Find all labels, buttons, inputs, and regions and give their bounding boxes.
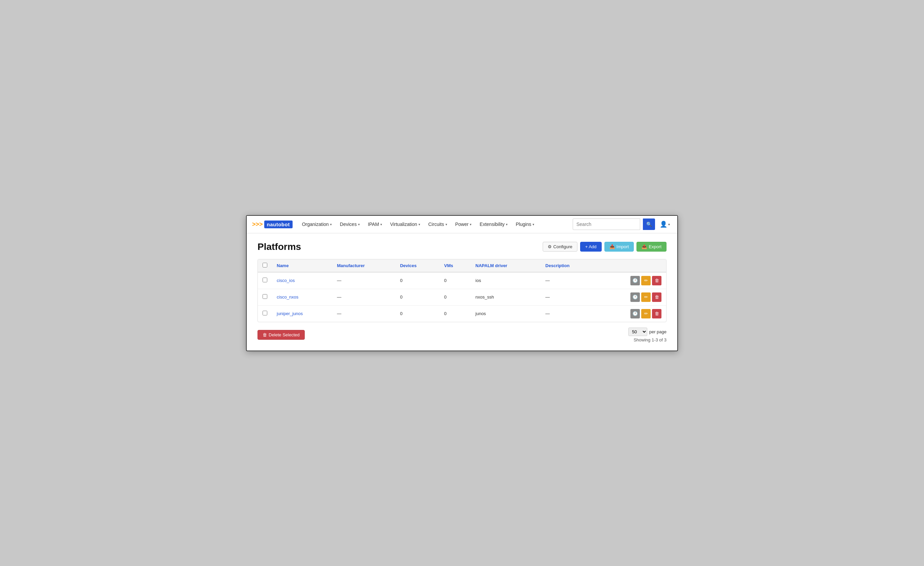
row-actions-1: 🕐 ✏ 🗑 xyxy=(598,289,666,305)
nav-item-extensibility[interactable]: Extensibility ▾ xyxy=(476,215,512,233)
col-header-vms[interactable]: VMs xyxy=(440,259,471,272)
row-name-link-1[interactable]: cisco_nxos xyxy=(277,295,298,300)
chevron-down-icon: ▾ xyxy=(330,223,332,226)
import-icon: 📥 xyxy=(609,244,615,249)
table-row: cisco_nxos — 0 0 nxos_ssh — 🕐 ✏ 🗑 xyxy=(258,289,666,305)
col-header-napalm-driver[interactable]: NAPALM driver xyxy=(471,259,541,272)
edit-button-2[interactable]: ✏ xyxy=(641,309,651,318)
row-name-1: cisco_nxos xyxy=(272,289,332,305)
search-button[interactable]: 🔍 xyxy=(643,218,655,230)
row-name-link-0[interactable]: cisco_ios xyxy=(277,278,295,283)
chevron-down-icon: ▾ xyxy=(506,223,507,226)
nav-item-circuits[interactable]: Circuits ▾ xyxy=(424,215,451,233)
edit-button-0[interactable]: ✏ xyxy=(641,276,651,285)
row-napalm-1: nxos_ssh xyxy=(471,289,541,305)
export-icon: 📤 xyxy=(642,244,647,249)
table-footer: 🗑 Delete Selected 50 25 100 per page Sho… xyxy=(258,328,666,342)
row-action-buttons-0: 🕐 ✏ 🗑 xyxy=(602,276,662,285)
table-body: cisco_ios — 0 0 ios — 🕐 ✏ 🗑 cisco_nxos — xyxy=(258,272,666,322)
row-action-buttons-1: 🕐 ✏ 🗑 xyxy=(602,292,662,302)
history-button-0[interactable]: 🕐 xyxy=(630,276,640,285)
chevron-down-icon: ▾ xyxy=(358,223,360,226)
chevron-down-icon: ▾ xyxy=(532,223,534,226)
delete-button-0[interactable]: 🗑 xyxy=(652,276,662,285)
nav-item-plugins[interactable]: Plugins ▾ xyxy=(512,215,538,233)
configure-button[interactable]: ⚙ Configure xyxy=(543,242,578,251)
row-name-2: juniper_junos xyxy=(272,305,332,322)
navbar: >>> nautobot Organization ▾ Devices ▾ IP… xyxy=(247,216,677,233)
search-icon: 🔍 xyxy=(646,221,652,227)
row-devices-1: 0 xyxy=(395,289,440,305)
delete-button-1[interactable]: 🗑 xyxy=(652,292,662,302)
edit-button-1[interactable]: ✏ xyxy=(641,292,651,302)
row-description-1: — xyxy=(541,289,598,305)
col-header-actions xyxy=(598,259,666,272)
nav-item-power[interactable]: Power ▾ xyxy=(451,215,476,233)
row-description-2: — xyxy=(541,305,598,322)
action-buttons: ⚙ Configure + Add 📥 Import 📤 Export xyxy=(543,242,666,251)
chevron-down-icon: ▾ xyxy=(668,223,670,226)
delete-button-2[interactable]: 🗑 xyxy=(652,309,662,318)
table-header-row: Name Manufacturer Devices VMs NAPALM dri… xyxy=(258,259,666,272)
nav-item-virtualization[interactable]: Virtualization ▾ xyxy=(386,215,424,233)
brand-name: nautobot xyxy=(264,221,292,228)
row-checkbox-cell xyxy=(258,289,272,305)
row-checkbox-1[interactable] xyxy=(262,294,267,299)
row-manufacturer-2: — xyxy=(332,305,395,322)
row-vms-1: 0 xyxy=(440,289,471,305)
row-vms-0: 0 xyxy=(440,272,471,289)
platforms-table-container: Name Manufacturer Devices VMs NAPALM dri… xyxy=(258,259,666,322)
nav-item-organization[interactable]: Organization ▾ xyxy=(298,215,336,233)
chevron-down-icon: ▾ xyxy=(418,223,420,226)
row-name-0: cisco_ios xyxy=(272,272,332,289)
row-devices-2: 0 xyxy=(395,305,440,322)
showing-text: Showing 1-3 of 3 xyxy=(628,337,666,342)
history-button-2[interactable]: 🕐 xyxy=(630,309,640,318)
browser-window: >>> nautobot Organization ▾ Devices ▾ IP… xyxy=(246,215,678,351)
brand-logo[interactable]: >>> nautobot xyxy=(252,221,292,228)
col-header-devices[interactable]: Devices xyxy=(395,259,440,272)
row-checkbox-cell xyxy=(258,305,272,322)
row-vms-2: 0 xyxy=(440,305,471,322)
col-header-description[interactable]: Description xyxy=(541,259,598,272)
per-page-area: 50 25 100 per page xyxy=(628,328,666,336)
export-button[interactable]: 📤 Export xyxy=(636,242,666,251)
nav-item-ipam[interactable]: IPAM ▾ xyxy=(364,215,386,233)
chevron-down-icon: ▾ xyxy=(470,223,471,226)
add-button[interactable]: + Add xyxy=(580,242,602,251)
row-checkbox-cell xyxy=(258,272,272,289)
table-row: juniper_junos — 0 0 junos — 🕐 ✏ 🗑 xyxy=(258,305,666,322)
search-input[interactable] xyxy=(573,218,640,230)
row-checkbox-0[interactable] xyxy=(262,278,267,282)
history-button-1[interactable]: 🕐 xyxy=(630,292,640,302)
row-actions-2: 🕐 ✏ 🗑 xyxy=(598,305,666,322)
nav-item-devices[interactable]: Devices ▾ xyxy=(336,215,364,233)
row-name-link-2[interactable]: juniper_junos xyxy=(277,311,303,316)
search-area: 🔍 👤 ▾ xyxy=(573,218,672,230)
user-menu-button[interactable]: 👤 ▾ xyxy=(658,219,672,229)
brand-arrows-icon: >>> xyxy=(252,221,263,228)
per-page-select[interactable]: 50 25 100 xyxy=(628,328,647,336)
col-header-name[interactable]: Name xyxy=(272,259,332,272)
footer-right: 50 25 100 per page Showing 1-3 of 3 xyxy=(628,328,666,342)
row-action-buttons-2: 🕐 ✏ 🗑 xyxy=(602,309,662,318)
row-manufacturer-0: — xyxy=(332,272,395,289)
nav-items: Organization ▾ Devices ▾ IPAM ▾ Virtuali… xyxy=(298,215,573,233)
row-manufacturer-1: — xyxy=(332,289,395,305)
user-icon: 👤 xyxy=(660,221,667,228)
chevron-down-icon: ▾ xyxy=(380,223,382,226)
select-all-checkbox[interactable] xyxy=(262,263,267,268)
per-page-label: per page xyxy=(649,329,666,334)
page-header: Platforms ⚙ Configure + Add 📥 Import 📤 E… xyxy=(258,241,666,252)
row-napalm-0: ios xyxy=(471,272,541,289)
row-actions-0: 🕐 ✏ 🗑 xyxy=(598,272,666,289)
delete-selected-button[interactable]: 🗑 Delete Selected xyxy=(258,330,305,340)
select-all-header xyxy=(258,259,272,272)
platforms-table: Name Manufacturer Devices VMs NAPALM dri… xyxy=(258,259,666,322)
row-checkbox-2[interactable] xyxy=(262,311,267,315)
import-button[interactable]: 📥 Import xyxy=(604,242,634,251)
table-row: cisco_ios — 0 0 ios — 🕐 ✏ 🗑 xyxy=(258,272,666,289)
delete-icon: 🗑 xyxy=(262,332,267,337)
col-header-manufacturer[interactable]: Manufacturer xyxy=(332,259,395,272)
page-title: Platforms xyxy=(258,241,301,252)
